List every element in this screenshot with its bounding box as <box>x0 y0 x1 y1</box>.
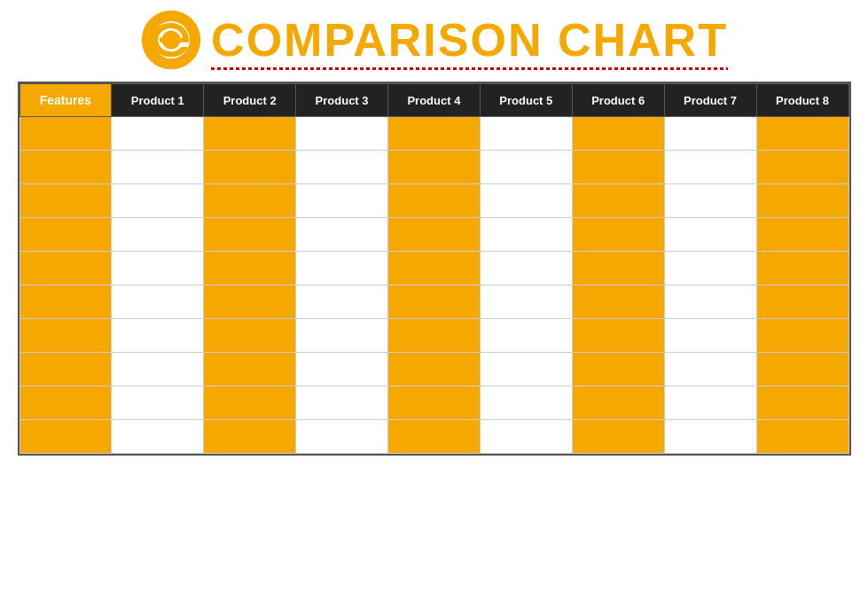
table-cell <box>572 420 664 454</box>
table-cell <box>480 386 572 420</box>
table-cell <box>388 285 481 319</box>
table-cell <box>572 285 664 319</box>
table-cell <box>204 117 296 151</box>
table-row <box>20 184 848 218</box>
table-row <box>20 420 848 454</box>
table-cell <box>204 386 296 420</box>
table-cell <box>296 285 388 319</box>
col-header-product6: Product 6 <box>572 84 664 117</box>
table-cell <box>204 218 296 252</box>
table-cell <box>572 386 664 420</box>
table-row <box>20 117 848 151</box>
table-cell <box>296 117 388 151</box>
table-cell <box>664 420 756 454</box>
table-cell <box>664 252 756 285</box>
table-cell <box>572 218 664 252</box>
table-cell <box>480 319 572 353</box>
table-cell <box>572 252 664 285</box>
comparison-table: Features Product 1 Product 2 Product 3 P… <box>20 83 849 454</box>
table-cell <box>572 184 664 218</box>
comparison-table-wrapper: Features Product 1 Product 2 Product 3 P… <box>18 82 851 456</box>
col-header-product7: Product 7 <box>664 84 756 117</box>
table-cell <box>388 184 481 218</box>
table-cell <box>20 117 112 151</box>
page-title: COMPARISON CHART <box>211 13 728 66</box>
table-row <box>20 252 848 285</box>
table-cell <box>20 218 112 252</box>
table-cell <box>20 151 112 184</box>
table-row <box>20 353 848 386</box>
table-cell <box>112 184 204 218</box>
col-header-product5: Product 5 <box>480 84 572 117</box>
table-cell <box>572 353 664 386</box>
table-cell <box>112 218 204 252</box>
table-cell <box>388 386 481 420</box>
table-cell <box>296 151 388 184</box>
table-header-row: Features Product 1 Product 2 Product 3 P… <box>20 84 848 117</box>
table-cell <box>296 420 388 454</box>
table-cell <box>388 151 481 184</box>
features-header: Features <box>20 84 112 117</box>
table-row <box>20 218 848 252</box>
table-cell <box>756 117 848 151</box>
table-cell <box>756 319 848 353</box>
table-cell <box>112 285 204 319</box>
table-cell <box>572 117 664 151</box>
table-cell <box>756 285 848 319</box>
col-header-product2: Product 2 <box>204 84 296 117</box>
table-cell <box>296 319 388 353</box>
table-cell <box>756 386 848 420</box>
table-cell <box>296 386 388 420</box>
table-cell <box>112 420 204 454</box>
table-cell <box>756 184 848 218</box>
table-cell <box>480 218 572 252</box>
table-cell <box>664 285 756 319</box>
table-cell <box>664 151 756 184</box>
page-container: COMPARISON CHART Features Product 1 Prod… <box>0 0 868 616</box>
table-cell <box>480 285 572 319</box>
table-cell <box>296 353 388 386</box>
table-cell <box>20 252 112 285</box>
table-cell <box>388 353 481 386</box>
table-row <box>20 285 848 319</box>
table-cell <box>664 218 756 252</box>
table-cell <box>388 319 481 353</box>
table-cell <box>388 252 481 285</box>
table-row <box>20 151 848 184</box>
table-row <box>20 319 848 353</box>
table-cell <box>20 420 112 454</box>
table-cell <box>204 285 296 319</box>
table-cell <box>480 252 572 285</box>
table-cell <box>112 319 204 353</box>
table-cell <box>296 218 388 252</box>
table-cell <box>204 319 296 353</box>
table-cell <box>112 151 204 184</box>
table-cell <box>20 319 112 353</box>
table-cell <box>572 319 664 353</box>
table-cell <box>296 184 388 218</box>
table-cell <box>756 151 848 184</box>
table-row <box>20 386 848 420</box>
table-cell <box>112 117 204 151</box>
table-cell <box>388 420 481 454</box>
table-cell <box>204 184 296 218</box>
col-header-product4: Product 4 <box>388 84 481 117</box>
table-cell <box>756 353 848 386</box>
table-cell <box>480 353 572 386</box>
table-cell <box>204 353 296 386</box>
table-cell <box>756 218 848 252</box>
table-cell <box>480 151 572 184</box>
table-cell <box>664 117 756 151</box>
table-cell <box>20 386 112 420</box>
col-header-product1: Product 1 <box>112 84 204 117</box>
table-cell <box>388 218 481 252</box>
table-cell <box>664 319 756 353</box>
table-cell <box>296 252 388 285</box>
table-cell <box>480 420 572 454</box>
table-cell <box>20 285 112 319</box>
table-cell <box>664 353 756 386</box>
table-cell <box>204 252 296 285</box>
logo-icon <box>140 9 202 71</box>
table-cell <box>112 386 204 420</box>
table-cell <box>480 117 572 151</box>
